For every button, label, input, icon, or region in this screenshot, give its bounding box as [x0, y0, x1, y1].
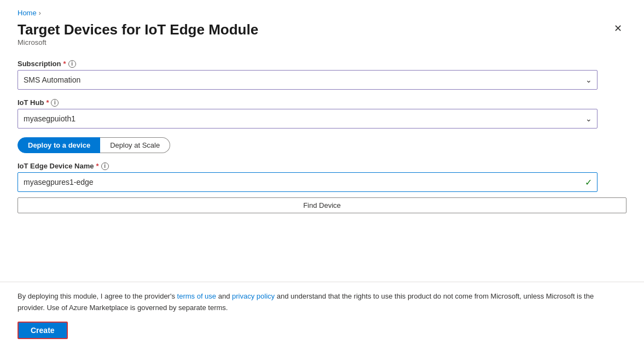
breadcrumb-chevron-icon: ›	[39, 9, 41, 17]
iot-hub-required-star: *	[46, 98, 49, 107]
subscription-select[interactable]: SMS Automation	[18, 70, 597, 90]
breadcrumb: Home ›	[18, 9, 626, 17]
footer: By deploying this module, I agree to the…	[0, 282, 644, 350]
device-name-input-wrapper: ✓	[18, 172, 597, 192]
close-button[interactable]: ✕	[610, 21, 626, 36]
tab-deploy-scale[interactable]: Deploy at Scale	[100, 137, 170, 153]
device-name-field-group: IoT Edge Device Name * i ✓ Find Device	[18, 162, 626, 213]
device-name-label: IoT Edge Device Name * i	[18, 162, 626, 170]
device-name-label-text: IoT Edge Device Name	[18, 162, 94, 170]
page-container: Home › Target Devices for IoT Edge Modul…	[0, 0, 644, 350]
footer-text: By deploying this module, I agree to the…	[18, 291, 597, 314]
tab-deploy-device[interactable]: Deploy to a device	[18, 137, 101, 153]
subscription-required-star: *	[63, 60, 66, 68]
footer-text-before: By deploying this module, I agree to the…	[18, 292, 177, 300]
iot-hub-select[interactable]: myasegpuioth1	[18, 109, 597, 129]
footer-text-and: and	[218, 292, 232, 300]
device-name-check-icon: ✓	[585, 177, 592, 188]
subscription-label-text: Subscription	[18, 60, 61, 68]
subscription-field-group: Subscription * i SMS Automation ⌄	[18, 60, 626, 90]
tabs-row: Deploy to a device Deploy at Scale	[18, 137, 626, 153]
subscription-label: Subscription * i	[18, 60, 626, 68]
breadcrumb-home-link[interactable]: Home	[18, 9, 37, 17]
iot-hub-info-icon[interactable]: i	[51, 99, 59, 107]
device-name-input[interactable]	[18, 172, 597, 192]
privacy-policy-link[interactable]: privacy policy	[232, 292, 275, 300]
subscription-info-icon[interactable]: i	[68, 60, 76, 68]
device-name-required-star: *	[96, 162, 98, 170]
iot-hub-select-wrapper: myasegpuioth1 ⌄	[18, 109, 597, 129]
page-title-group: Target Devices for IoT Edge Module Micro…	[18, 21, 258, 57]
page-subtitle: Microsoft	[18, 38, 258, 46]
form-section: Subscription * i SMS Automation ⌄ IoT Hu…	[18, 60, 626, 213]
iot-hub-label: IoT Hub * i	[18, 98, 626, 107]
iot-hub-field-group: IoT Hub * i myasegpuioth1 ⌄	[18, 98, 626, 129]
subscription-select-wrapper: SMS Automation ⌄	[18, 70, 597, 90]
title-row: Target Devices for IoT Edge Module Micro…	[18, 21, 626, 57]
main-content: Home › Target Devices for IoT Edge Modul…	[0, 0, 644, 273]
create-button[interactable]: Create	[18, 322, 68, 339]
page-title: Target Devices for IoT Edge Module	[18, 21, 258, 38]
find-device-button[interactable]: Find Device	[18, 197, 626, 213]
device-name-info-icon[interactable]: i	[101, 162, 109, 170]
terms-of-use-link[interactable]: terms of use	[177, 292, 217, 300]
iot-hub-label-text: IoT Hub	[18, 98, 44, 107]
